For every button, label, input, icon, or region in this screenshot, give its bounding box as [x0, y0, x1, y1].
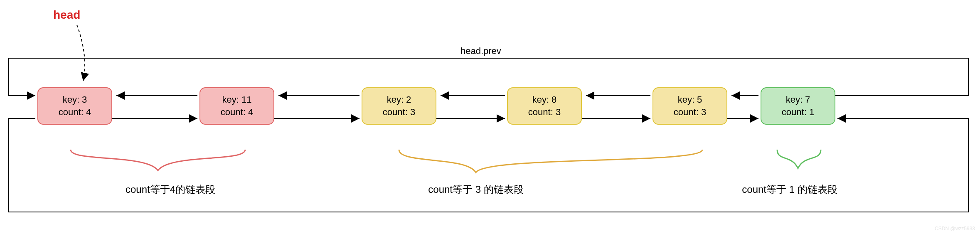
node-count: count: 3 [528, 106, 561, 118]
list-node: key: 2 count: 3 [362, 87, 436, 125]
node-count: count: 4 [59, 106, 91, 118]
head-label: head [53, 8, 80, 22]
node-key: key: 2 [387, 94, 411, 106]
list-node: key: 3 count: 4 [37, 87, 112, 125]
segment-label: count等于4的链表段 [108, 183, 233, 196]
node-key: key: 3 [63, 94, 87, 106]
node-count: count: 4 [221, 106, 253, 118]
node-key: key: 11 [222, 94, 252, 106]
segment-label: count等于 3 的链表段 [414, 183, 538, 196]
list-node: key: 7 count: 1 [761, 87, 835, 125]
list-node: key: 11 count: 4 [199, 87, 274, 125]
node-count: count: 3 [383, 106, 415, 118]
segment-label: count等于 1 的链表段 [727, 183, 852, 196]
node-count: count: 1 [782, 106, 814, 118]
node-key: key: 8 [532, 94, 557, 106]
list-node: key: 5 count: 3 [653, 87, 727, 125]
node-key: key: 5 [678, 94, 702, 106]
head-prev-label: head.prev [460, 46, 501, 57]
watermark: CSDN @wzz5933 [935, 226, 975, 232]
node-key: key: 7 [786, 94, 810, 106]
node-count: count: 3 [674, 106, 706, 118]
list-node: key: 8 count: 3 [507, 87, 582, 125]
